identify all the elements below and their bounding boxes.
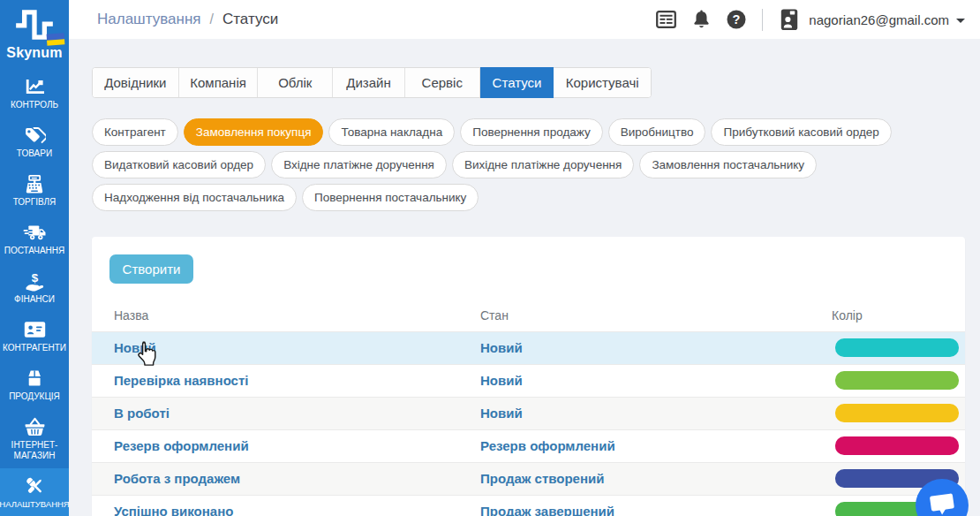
header-actions: ? nagorian26@gmail.com bbox=[655, 8, 965, 32]
caret-down-icon bbox=[956, 19, 965, 23]
sidebar-item-kontragenty[interactable]: КОНТРАГЕНТИ bbox=[0, 315, 69, 363]
chip-zamovlennya-postachalnyku[interactable]: Замовлення постачальнику bbox=[639, 151, 817, 178]
status-state: Новий bbox=[480, 373, 523, 388]
chart-line-icon bbox=[26, 77, 44, 96]
chip-vydatkovyj-kasovyj-order[interactable]: Видатковий касовий ордер bbox=[92, 151, 266, 178]
settings-tabs: Довідники Компанія Облік Дизайн Сервіс С… bbox=[92, 67, 652, 98]
svg-text:$: $ bbox=[31, 271, 38, 285]
tab-statusy[interactable]: Статуси bbox=[480, 67, 554, 98]
sidebar-item-control[interactable]: КОНТРОЛЬ bbox=[0, 72, 69, 120]
statuses-table: Назва Стан Колір Новий Новий Перевірка н… bbox=[92, 300, 965, 516]
chip-nadhodzhennya-vid-post[interactable]: Надходження від постачальника bbox=[92, 184, 297, 211]
price-tags-icon bbox=[24, 125, 46, 145]
sidebar-item-label: ПОСТАЧАННЯ bbox=[4, 246, 65, 256]
sidebar-item-label: ТОРГІВЛЯ bbox=[13, 197, 57, 208]
status-state: Новий bbox=[480, 406, 523, 421]
tab-oblik[interactable]: Облік bbox=[258, 68, 333, 97]
main-content: Довідники Компанія Облік Дизайн Сервіс С… bbox=[69, 39, 980, 516]
id-card-icon bbox=[24, 320, 46, 339]
status-state: Новий bbox=[480, 340, 523, 355]
chip-povernennya-postachalnyku[interactable]: Повернення постачальнику bbox=[302, 184, 479, 211]
breadcrumb-separator: / bbox=[210, 11, 214, 27]
tab-kompaniya[interactable]: Компанія bbox=[179, 68, 259, 97]
news-icon[interactable] bbox=[655, 9, 676, 30]
delivery-truck-icon bbox=[23, 223, 47, 242]
tab-dovidnyky[interactable]: Довідники bbox=[93, 68, 179, 97]
chip-zamovlennya-pokupcya[interactable]: Замовлення покупця bbox=[184, 118, 324, 146]
statuses-panel: Створити Назва Стан Колір Новий Новий Пе… bbox=[92, 237, 965, 516]
sidebar-item-tovary[interactable]: ТОВАРИ bbox=[0, 120, 69, 169]
sidebar-item-label: НАЛАШТУВАННЯ bbox=[0, 499, 70, 510]
cash-register-icon bbox=[25, 174, 44, 194]
sidebar-item-label: ФІНАНСИ bbox=[14, 294, 55, 305]
sidebar-item-internet-magazin[interactable]: ІНТЕРНЕТ- МАГАЗИН bbox=[0, 412, 69, 468]
tab-dyzajn[interactable]: Дизайн bbox=[333, 68, 405, 97]
tools-icon bbox=[24, 476, 46, 496]
sidebar-item-label: КОНТРАГЕНТИ bbox=[3, 343, 66, 353]
breadcrumb: Налаштування / Статуси bbox=[97, 11, 278, 28]
chip-tovarna-nakladna[interactable]: Товарна накладна bbox=[328, 118, 455, 146]
status-name[interactable]: В роботі bbox=[114, 406, 170, 421]
document-type-chips: Контрагент Замовлення покупця Товарна на… bbox=[92, 118, 980, 216]
sidebar-item-postachannya[interactable]: ПОСТАЧАННЯ bbox=[0, 217, 69, 266]
sidebar: Skynum КОНТРОЛЬ ТОВАРИ bbox=[0, 0, 69, 516]
chip-vyhidne-platizhne[interactable]: Вихідне платіжне доручення bbox=[452, 151, 634, 178]
sidebar-item-label: ІНТЕРНЕТ- МАГАЗИН bbox=[11, 440, 58, 461]
ukraine-flag bbox=[47, 33, 65, 45]
help-icon[interactable]: ? bbox=[726, 9, 747, 30]
sidebar-item-torgivlya[interactable]: ТОРГІВЛЯ bbox=[0, 169, 69, 217]
top-header: Налаштування / Статуси ? bbox=[69, 0, 980, 39]
hand-dollar-icon: $ bbox=[24, 271, 46, 291]
app-name: Skynum bbox=[6, 45, 62, 61]
sidebar-item-label: ТОВАРИ bbox=[17, 148, 52, 159]
user-menu[interactable]: nagorian26@gmail.com bbox=[778, 8, 965, 32]
sidebar-item-finansy[interactable]: $ ФІНАНСИ bbox=[0, 266, 69, 315]
header-divider bbox=[762, 9, 763, 31]
chat-bubble-icon bbox=[928, 490, 956, 516]
table-row[interactable]: Новий Новий bbox=[92, 331, 965, 364]
shopping-basket-icon bbox=[24, 417, 46, 436]
table-row[interactable]: Перевірка наявності Новий bbox=[92, 364, 965, 397]
sidebar-item-nalashtuvannya[interactable]: НАЛАШТУВАННЯ bbox=[0, 468, 69, 516]
table-row[interactable]: Успішно виконано Продаж завершений bbox=[92, 495, 965, 516]
user-email: nagorian26@gmail.com bbox=[809, 12, 949, 27]
table-head: Назва Стан Колір bbox=[92, 300, 965, 331]
status-color-bar bbox=[835, 436, 959, 455]
chip-prybutkovyj-kasovyj-order[interactable]: Прибутковий касовий ордер bbox=[711, 118, 891, 146]
status-name[interactable]: Новий bbox=[114, 340, 156, 355]
status-name[interactable]: Успішно виконано bbox=[114, 504, 233, 516]
table-row[interactable]: Резерв оформлений Резерв оформлений bbox=[92, 429, 965, 462]
table-row[interactable]: В роботі Новий bbox=[92, 397, 965, 429]
column-header-state: Стан bbox=[480, 300, 832, 331]
sidebar-item-label: ПРОДУКЦІЯ bbox=[9, 391, 60, 402]
table-row[interactable]: Робота з продажем Продаж створений bbox=[92, 462, 965, 495]
box-icon bbox=[25, 368, 44, 388]
status-name[interactable]: Робота з продажем bbox=[114, 471, 240, 486]
status-state: Резерв оформлений bbox=[480, 438, 615, 453]
chip-kontragent[interactable]: Контрагент bbox=[92, 118, 178, 146]
status-color-bar bbox=[835, 371, 959, 390]
chip-vyrobnytstvo[interactable]: Виробництво bbox=[608, 118, 706, 146]
column-header-color: Колір bbox=[832, 300, 965, 331]
status-name[interactable]: Резерв оформлений bbox=[114, 438, 249, 453]
sidebar-item-label: КОНТРОЛЬ bbox=[11, 100, 58, 110]
status-state: Продаж завершений bbox=[480, 504, 614, 516]
app-logo[interactable]: Skynum bbox=[0, 0, 69, 72]
column-header-name: Назва bbox=[92, 300, 480, 331]
bell-icon[interactable] bbox=[690, 9, 712, 30]
sidebar-item-produkciya[interactable]: ПРОДУКЦІЯ bbox=[0, 363, 69, 412]
create-button[interactable]: Створити bbox=[109, 254, 193, 284]
tab-korystuvachi[interactable]: Користувачі bbox=[554, 68, 651, 97]
breadcrumb-current: Статуси bbox=[222, 11, 278, 28]
status-name[interactable]: Перевірка наявності bbox=[114, 373, 248, 388]
tab-servis[interactable]: Сервіс bbox=[405, 68, 480, 97]
breadcrumb-link-settings[interactable]: Налаштування bbox=[97, 11, 201, 28]
status-color-bar bbox=[835, 338, 959, 357]
chip-vhidne-platizhne[interactable]: Вхідне платіжне доручення bbox=[271, 151, 447, 178]
chip-povernennya-prodazhu[interactable]: Повернення продажу bbox=[460, 118, 603, 146]
svg-text:?: ? bbox=[733, 12, 741, 27]
id-badge-icon bbox=[778, 8, 801, 32]
status-color-bar bbox=[835, 404, 959, 422]
status-state: Продаж створений bbox=[480, 471, 604, 486]
